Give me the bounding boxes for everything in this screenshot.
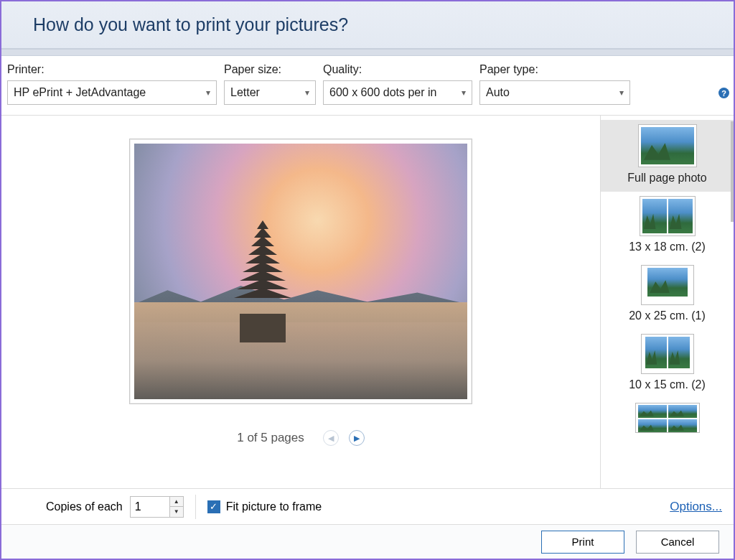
- layout-20x25[interactable]: 20 x 25 cm. (1): [601, 261, 734, 330]
- preview-pane: 1 of 5 pages ◀ ▶: [1, 116, 600, 488]
- layout-13x18[interactable]: 13 x 18 cm. (2): [601, 192, 734, 261]
- layout-grid-4[interactable]: [601, 398, 734, 437]
- layout-label: 20 x 25 cm. (1): [629, 309, 706, 322]
- options-link[interactable]: Options...: [670, 500, 722, 514]
- next-page-button[interactable]: ▶: [349, 430, 365, 446]
- print-options-row: Printer: HP ePrint + JetAdvantage ▾ Pape…: [1, 56, 734, 115]
- copies-input[interactable]: [131, 497, 169, 517]
- copies-increase-button[interactable]: ▲: [170, 497, 183, 507]
- cancel-button[interactable]: Cancel: [636, 531, 719, 554]
- divider: [195, 495, 196, 519]
- fit-to-frame-checkbox[interactable]: ✓: [207, 500, 220, 513]
- quality-value: 600 x 600 dots per in: [329, 86, 436, 99]
- dialog-title: How do you want to print your pictures?: [33, 14, 348, 35]
- fit-to-frame-label: Fit picture to frame: [226, 500, 322, 513]
- title-separator: [1, 49, 734, 56]
- layouts-pane[interactable]: Full page photo 13 x 18 cm. (2) 20 x 25 …: [600, 116, 734, 488]
- pager: 1 of 5 pages ◀ ▶: [237, 430, 365, 446]
- paper-type-value: Auto: [486, 86, 510, 99]
- chevron-down-icon: ▾: [462, 88, 466, 98]
- preview-frame: [129, 139, 472, 404]
- main-area: 1 of 5 pages ◀ ▶ Full page photo 13 x 18…: [1, 115, 734, 488]
- layout-label: 13 x 18 cm. (2): [629, 241, 706, 253]
- print-button[interactable]: Print: [541, 531, 624, 554]
- pager-text: 1 of 5 pages: [237, 431, 304, 445]
- copies-spinner[interactable]: ▲ ▼: [130, 496, 184, 518]
- layout-10x15[interactable]: 10 x 15 cm. (2): [601, 330, 734, 398]
- chevron-down-icon: ▾: [206, 88, 210, 98]
- paper-size-select[interactable]: Letter ▾: [224, 80, 316, 105]
- printer-select[interactable]: HP ePrint + JetAdvantage ▾: [7, 80, 217, 105]
- bottom-bar: Copies of each ▲ ▼ ✓ Fit picture to fram…: [1, 488, 734, 524]
- layout-full-page[interactable]: Full page photo: [601, 120, 734, 192]
- print-pictures-dialog: How do you want to print your pictures? …: [0, 0, 735, 560]
- layout-label: Full page photo: [627, 172, 706, 185]
- action-bar: Print Cancel: [1, 524, 734, 559]
- layout-label: 10 x 15 cm. (2): [629, 378, 706, 391]
- paper-type-label: Paper type:: [479, 63, 630, 76]
- preview-image: [134, 144, 467, 399]
- printer-label: Printer:: [7, 63, 217, 76]
- paper-size-value: Letter: [230, 86, 260, 99]
- printer-value: HP ePrint + JetAdvantage: [14, 86, 146, 99]
- title-bar: How do you want to print your pictures?: [1, 1, 734, 49]
- fit-to-frame-group: ✓ Fit picture to frame: [207, 500, 322, 513]
- quality-select[interactable]: 600 x 600 dots per in ▾: [323, 80, 472, 105]
- chevron-down-icon: ▾: [619, 88, 624, 98]
- paper-type-select[interactable]: Auto ▾: [479, 80, 630, 105]
- copies-group: Copies of each ▲ ▼: [46, 496, 184, 518]
- chevron-down-icon: ▾: [305, 88, 309, 98]
- help-icon[interactable]: ?: [718, 88, 729, 98]
- copies-label: Copies of each: [46, 500, 123, 513]
- copies-decrease-button[interactable]: ▼: [170, 506, 183, 517]
- paper-size-label: Paper size:: [224, 63, 316, 76]
- quality-label: Quality:: [323, 63, 472, 76]
- prev-page-button[interactable]: ◀: [323, 430, 339, 446]
